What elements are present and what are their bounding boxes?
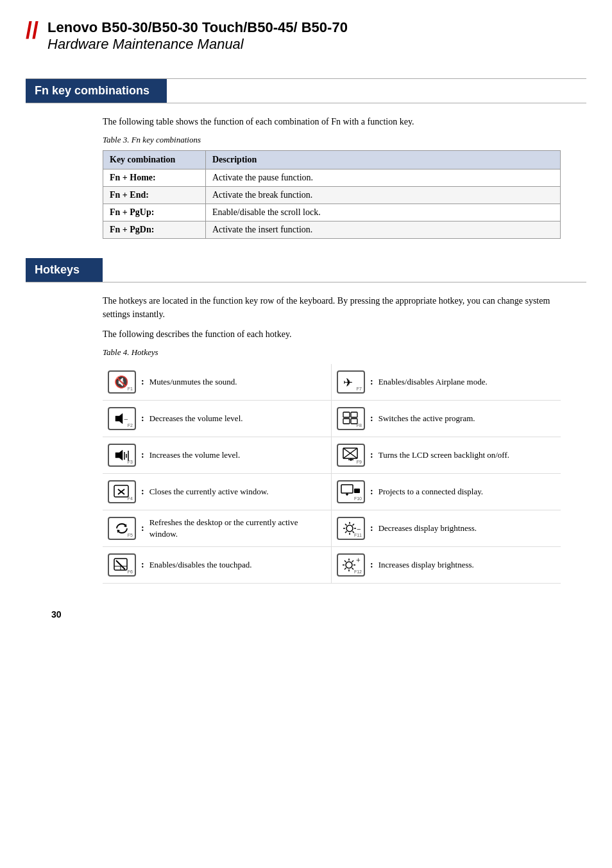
hotkey-desc: Enables/disables Airplane mode. [378,376,488,388]
hotkey-fn-label: F11 [354,533,362,537]
hotkeys-grid: 🔇 F1 : Mutes/unmutes the sound. ✈ F7 : E… [103,364,561,584]
hotkey-colon: : [141,450,144,460]
hotkeys-section-content: The hotkeys are located in the function … [26,294,586,584]
hotkey-fn-label: F12 [354,569,362,574]
hotkey-icon: F8 [337,407,365,430]
fn-table: Key combination Description Fn + Home:Ac… [103,150,561,239]
hotkey-row-left: 🔇 F1 : Mutes/unmutes the sound. [103,364,332,401]
hotkey-colon: : [370,523,373,534]
hotkey-row-right: + F12 : Increases display brightness. [332,547,561,584]
svg-line-34 [345,532,347,534]
hotkey-row-right: F10 : Projects to a connected display. [332,474,561,510]
hotkeys-intro1: The hotkeys are located in the function … [103,294,561,321]
hotkeys-section: Hotkeys The hotkeys are located in the f… [26,258,586,584]
hotkey-colon: : [141,560,144,570]
hotkey-desc: Enables/disables the touchpad. [149,559,252,571]
page: // Lenovo B50-30/B50-30 Touch/B50-45/ B5… [0,0,612,868]
hotkey-row-left: F4 : Closes the currently active window. [103,474,332,510]
hotkey-colon: : [370,487,373,497]
hotkey-desc: Switches the active program. [378,413,475,424]
svg-text:🔇: 🔇 [114,375,129,389]
svg-rect-20 [341,485,353,493]
svg-text:−: − [124,415,128,424]
hotkey-row-left: F3 : Increases the volume level. [103,437,332,474]
hotkey-fn-label: F3 [128,460,133,464]
hotkey-desc: Increases display brightness. [378,559,474,571]
header-title: Lenovo B50-30/B50-30 Touch/B50-45/ B50-7… [47,19,348,53]
hotkey-desc: Refreshes the desktop or the currently a… [149,517,326,540]
hotkey-colon: : [141,523,144,534]
svg-point-40 [346,562,352,568]
title-sub: Hardware Maintenance Manual [47,36,348,53]
hotkey-desc: Decreases display brightness. [378,523,477,534]
hotkey-icon: − F11 [337,517,365,540]
hotkey-desc: Closes the currently active window. [149,486,269,498]
fn-divider [26,103,586,103]
hotkey-row-right: F9 : Turns the LCD screen backlight on/o… [332,437,561,474]
hotkey-icon: 🔇 F1 [108,370,136,394]
fn-table-caption: Table 3. Fn key combinations [103,135,561,145]
logo: // [26,19,38,42]
header: // Lenovo B50-30/B50-30 Touch/B50-45/ B5… [26,19,586,59]
hotkeys-divider [26,282,586,282]
hotkey-icon: − F2 [108,407,136,430]
hotkey-row-left: F5 : Refreshes the desktop or the curren… [103,510,332,547]
svg-text:✈: ✈ [343,376,353,389]
hotkey-icon: F10 [337,480,365,503]
hotkey-fn-label: F2 [128,423,133,428]
hotkey-row-right: − F11 : Decreases display brightness. [332,510,561,547]
hotkeys-intro2: The following describes the function of … [103,327,561,341]
svg-line-33 [353,524,355,526]
hotkey-fn-label: F8 [357,423,362,428]
hotkey-icon: F3 [108,444,136,467]
svg-marker-2 [115,413,123,424]
svg-line-31 [345,524,347,526]
hotkey-row-right: ✈ F7 : Enables/disables Airplane mode. [332,364,561,401]
hotkey-row-right: F8 : Switches the active program. [332,401,561,437]
fn-table-desc: Activate the insert function. [206,221,561,239]
hotkey-desc: Decreases the volume level. [149,413,243,424]
hotkey-fn-label: F6 [128,569,133,574]
hotkey-colon: : [141,377,144,387]
svg-rect-6 [343,419,350,424]
title-main: Lenovo B50-30/B50-30 Touch/B50-45/ B50-7… [47,19,348,36]
hotkey-colon: : [370,413,373,424]
svg-line-48 [344,568,346,570]
hotkeys-section-heading: Hotkeys [26,258,103,282]
svg-line-45 [344,560,346,562]
hotkey-colon: : [370,450,373,460]
svg-text:+: + [356,557,361,565]
fn-table-desc: Activate the pause function. [206,169,561,187]
fn-table-key: Fn + Home: [103,169,206,187]
fn-intro: The following table shows the function o… [103,115,561,128]
fn-table-key: Fn + PgUp: [103,204,206,221]
hotkeys-table-caption: Table 4. Hotkeys [103,347,561,358]
hotkey-row-left: F6 : Enables/disables the touchpad. [103,547,332,584]
svg-rect-5 [351,412,357,417]
hotkey-colon: : [141,487,144,497]
fn-section-heading: Fn key combinations [26,79,167,103]
hotkey-icon: ✈ F7 [337,370,365,394]
fn-table-desc: Activate the break function. [206,187,561,204]
hotkey-colon: : [370,560,373,570]
svg-point-26 [346,525,353,532]
hotkey-desc: Turns the LCD screen backlight on/off. [378,449,509,461]
fn-table-header-desc: Description [206,151,561,169]
hotkey-fn-label: F5 [128,533,133,537]
svg-rect-4 [343,412,350,417]
hotkey-desc: Mutes/unmutes the sound. [149,376,237,388]
hotkey-fn-label: F9 [357,460,362,464]
hotkey-row-left: − F2 : Decreases the volume level. [103,401,332,437]
hotkey-desc: Projects to a connected display. [378,486,483,498]
hotkey-fn-label: F7 [357,386,362,391]
svg-marker-8 [115,450,123,460]
hotkey-icon: + F12 [337,553,365,577]
svg-rect-21 [354,489,360,493]
hotkey-icon: F5 [108,517,136,540]
hotkey-colon: : [141,413,144,424]
fn-table-header-key: Key combination [103,151,206,169]
fn-table-key: Fn + End: [103,187,206,204]
fn-section-content: The following table shows the function o… [26,115,586,239]
hotkey-icon: F9 [337,444,365,467]
hotkey-colon: : [370,377,373,387]
